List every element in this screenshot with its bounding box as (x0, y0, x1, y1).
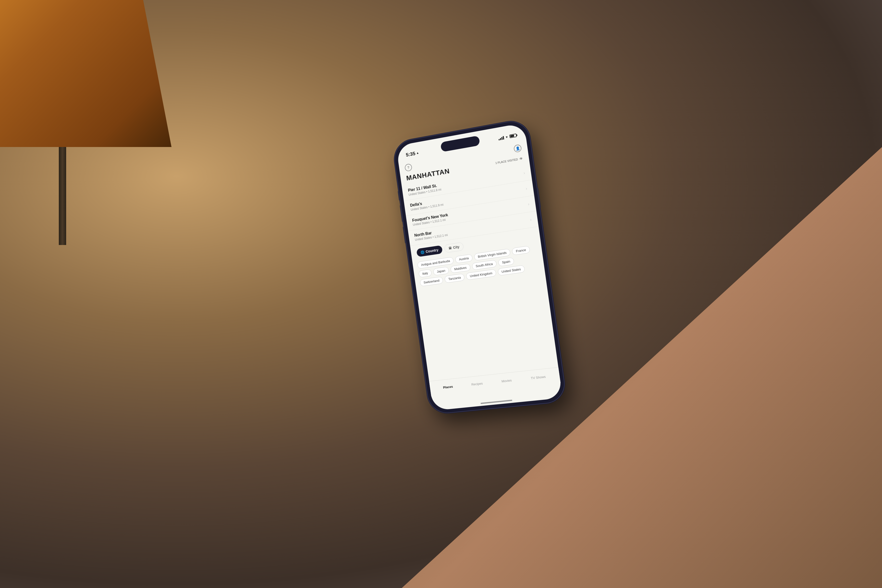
nav-movies[interactable]: Movies (498, 376, 515, 386)
nav-places[interactable]: Places (440, 382, 456, 392)
country-tag[interactable]: South Africa (472, 260, 497, 270)
status-time: 5:35 ▲ (405, 150, 419, 158)
tab-country[interactable]: 🌐 Country (416, 245, 443, 257)
country-tag[interactable]: Japan (433, 267, 449, 276)
help-button[interactable]: ? (405, 164, 412, 172)
country-tag[interactable]: United Kingdom (466, 269, 496, 280)
globe-icon: 🌐 (420, 250, 424, 254)
country-tag[interactable]: Tanzania (444, 273, 465, 283)
building-icon: 🏛 (448, 246, 452, 250)
location-arrow-icon: ▲ (416, 151, 419, 155)
eye-icon: 👁 (519, 156, 523, 161)
country-tag[interactable]: Italy (418, 269, 432, 278)
lamp-shade (0, 0, 171, 147)
country-tag[interactable]: United States (497, 265, 525, 276)
nav-tv-shows[interactable]: TV Shows (527, 373, 549, 382)
nav-recipes[interactable]: Recipes (468, 379, 486, 388)
home-indicator[interactable] (480, 400, 512, 404)
wifi-icon: ▾ (506, 135, 508, 139)
chevron-right-icon: › (525, 186, 528, 191)
status-icons: ▾ (498, 133, 517, 140)
country-tag[interactable]: France (512, 246, 530, 255)
tab-city[interactable]: 🏛 City (444, 242, 464, 253)
chevron-right-icon: › (530, 218, 532, 222)
lamp-base (59, 147, 66, 245)
signal-bars-icon (498, 135, 504, 140)
battery-icon (509, 134, 517, 138)
country-tag[interactable]: Maldives (450, 263, 471, 273)
chevron-right-icon: › (524, 171, 525, 176)
chevron-right-icon: › (528, 202, 530, 207)
bottom-navigation: Places Recipes Movies TV Shows (429, 367, 561, 396)
country-tag[interactable]: Spain (498, 257, 514, 267)
profile-button[interactable]: 👤 (513, 144, 522, 153)
country-tag[interactable]: Switzerland (420, 276, 444, 286)
visited-badge: 1 PLACE VISITED 👁 (495, 156, 523, 165)
country-tag[interactable]: Austria (455, 254, 473, 264)
profile-icon: 👤 (515, 146, 520, 151)
